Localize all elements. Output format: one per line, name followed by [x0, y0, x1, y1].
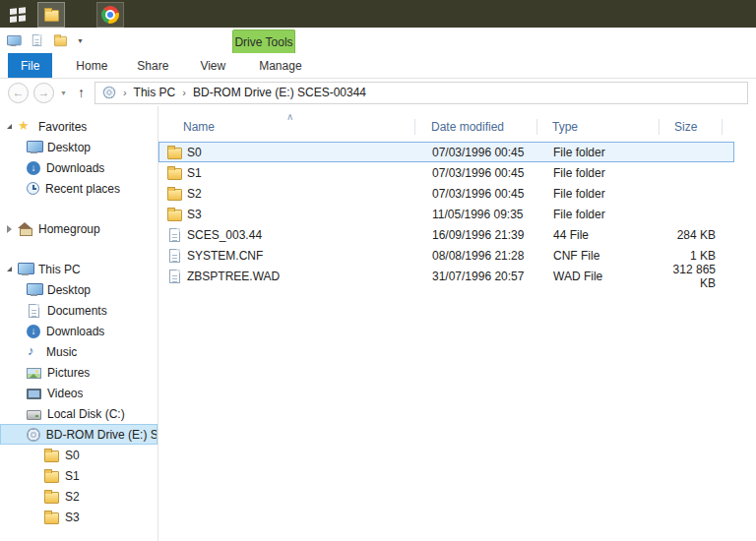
customize-quick-access-icon[interactable]: ▼ — [77, 37, 84, 44]
videos-icon — [27, 389, 41, 399]
file-row-s0[interactable]: S0 07/03/1996 00:45 File folder — [158, 142, 734, 162]
file-date-modified: 07/03/1996 00:45 — [416, 187, 538, 201]
drive-tools-contextual-tab[interactable]: Drive Tools — [232, 30, 295, 53]
sidebar-item-pictures[interactable]: Pictures — [0, 362, 158, 383]
sidebar-item-label: Local Disk (C:) — [47, 407, 125, 421]
sidebar-item-recent-places[interactable]: Recent places — [0, 178, 158, 199]
sidebar-item-videos[interactable]: Videos — [0, 383, 158, 403]
tab-manage[interactable]: Manage — [249, 53, 311, 78]
column-header-size[interactable]: Size — [660, 114, 723, 140]
file-icon — [169, 270, 180, 283]
sidebar-item-s2[interactable]: S2 — [0, 486, 158, 507]
file-name: S2 — [187, 187, 202, 201]
new-folder-icon[interactable] — [54, 36, 67, 46]
folder-icon — [44, 471, 59, 483]
tab-file-label: File — [21, 59, 39, 73]
folder-icon — [167, 210, 182, 221]
sidebar-item-s3[interactable]: S3 — [0, 507, 158, 527]
sidebar-item-local-disk-c[interactable]: Local Disk (C:) — [0, 403, 158, 424]
column-header-name[interactable]: Name — [158, 114, 415, 140]
file-icon — [169, 249, 180, 263]
location-disc-icon — [103, 87, 116, 99]
sidebar-item-downloads[interactable]: Downloads — [0, 321, 158, 341]
column-header-date-modified[interactable]: Date modified — [415, 114, 537, 140]
file-name: ZBSPTREE.WAD — [187, 270, 280, 283]
sidebar-item-label: Downloads — [46, 325, 104, 338]
tab-file[interactable]: File — [8, 53, 52, 78]
sidebar-item-label: Pictures — [47, 366, 90, 380]
file-name: S0 — [187, 146, 202, 159]
column-headers: Name Date modified Type Size — [158, 114, 756, 140]
music-icon — [27, 345, 40, 359]
file-row-system-cnf[interactable]: SYSTEM.CNF 08/08/1996 21:28 CNF File 1 K… — [158, 245, 734, 266]
breadcrumb-separator-icon — [123, 87, 127, 98]
tab-view-label: View — [200, 59, 225, 73]
recent-locations-dropdown-icon[interactable] — [60, 90, 67, 96]
sidebar-item-bdrom-drive[interactable]: BD-ROM Drive (E:) S — [0, 424, 158, 445]
file-date-modified: 16/09/1996 21:39 — [416, 228, 538, 242]
file-row-sces-003[interactable]: SCES_003.44 16/09/1996 21:39 44 File 284… — [158, 224, 734, 245]
file-date-modified: 07/03/1996 00:45 — [416, 166, 538, 180]
file-list-pane: Name Date modified Type Size S0 07/03/19… — [158, 106, 756, 541]
sidebar-item-label: S3 — [65, 511, 80, 524]
sidebar-item-label: S1 — [65, 469, 80, 483]
sidebar-item-label: This PC — [38, 263, 81, 276]
file-row-s1[interactable]: S1 07/03/1996 00:45 File folder — [158, 162, 734, 183]
navigation-pane: Favorites Desktop Downloads Recent place… — [0, 106, 158, 541]
file-row-zbsptree-wad[interactable]: ZBSPTREE.WAD 31/07/1996 20:57 WAD File 3… — [158, 266, 734, 286]
screen: ▼ Drive Tools File Home Share View Manag… — [0, 0, 756, 541]
sidebar-item-label: Desktop — [47, 283, 91, 297]
sidebar-item-music[interactable]: Music — [0, 341, 158, 362]
file-name: S3 — [187, 208, 202, 221]
breadcrumb-this-pc[interactable]: This PC — [134, 86, 176, 99]
file-name: SCES_003.44 — [187, 228, 262, 242]
folder-icon — [167, 168, 182, 180]
forward-button[interactable] — [33, 83, 54, 103]
sidebar-item-homegroup[interactable]: Homegroup — [0, 218, 158, 239]
taskbar — [0, 0, 756, 28]
tab-view[interactable]: View — [190, 53, 235, 78]
sidebar-item-favorites[interactable]: Favorites — [0, 116, 158, 137]
sidebar-item-s1[interactable]: S1 — [0, 465, 158, 486]
file-row-s3[interactable]: S3 11/05/1996 09:35 File folder — [158, 204, 734, 224]
expanded-arrow-icon[interactable] — [7, 267, 12, 271]
back-button[interactable] — [8, 83, 29, 103]
tab-share-label: Share — [137, 59, 168, 73]
start-button[interactable] — [4, 2, 32, 28]
desktop-icon — [27, 141, 41, 153]
sidebar-item-documents[interactable]: Documents — [0, 300, 158, 321]
tab-home-label: Home — [76, 59, 107, 73]
favorites-star-icon — [18, 120, 32, 134]
file-date-modified: 08/08/1996 21:28 — [416, 249, 538, 263]
expanded-arrow-icon[interactable] — [7, 124, 12, 129]
column-header-type[interactable]: Type — [537, 114, 660, 140]
properties-icon[interactable] — [32, 34, 41, 46]
sidebar-item-desktop-favorite[interactable]: Desktop — [0, 137, 158, 157]
sidebar-item-label: Recent places — [45, 182, 120, 196]
tab-home[interactable]: Home — [66, 53, 117, 78]
sidebar-item-label: Music — [46, 345, 77, 359]
sidebar-item-label: Downloads — [46, 161, 104, 175]
sidebar-item-s0[interactable]: S0 — [0, 445, 158, 465]
file-type: File folder — [538, 146, 661, 159]
taskbar-chrome-button[interactable] — [96, 2, 124, 28]
file-name: S1 — [187, 166, 202, 180]
file-row-s2[interactable]: S2 07/03/1996 00:45 File folder — [158, 183, 734, 204]
documents-icon — [29, 304, 39, 318]
address-bar[interactable]: This PC BD-ROM Drive (E:) SCES-00344 — [94, 82, 748, 104]
downloads-icon — [27, 161, 40, 175]
folder-icon — [167, 148, 182, 159]
file-explorer-icon — [44, 10, 59, 22]
sidebar-item-downloads-favorite[interactable]: Downloads — [0, 157, 158, 178]
folder-icon — [44, 492, 59, 504]
downloads-icon — [27, 325, 40, 338]
computer-icon — [18, 263, 32, 275]
file-rows: S0 07/03/1996 00:45 File folder S1 07/03… — [158, 142, 756, 286]
taskbar-file-explorer-button[interactable] — [37, 2, 65, 28]
breadcrumb-current-drive[interactable]: BD-ROM Drive (E:) SCES-00344 — [193, 86, 366, 99]
sidebar-item-this-pc[interactable]: This PC — [0, 259, 158, 279]
collapsed-arrow-icon[interactable] — [7, 225, 12, 233]
up-button[interactable] — [78, 85, 85, 100]
sidebar-item-desktop[interactable]: Desktop — [0, 279, 158, 300]
tab-share[interactable]: Share — [127, 53, 178, 78]
